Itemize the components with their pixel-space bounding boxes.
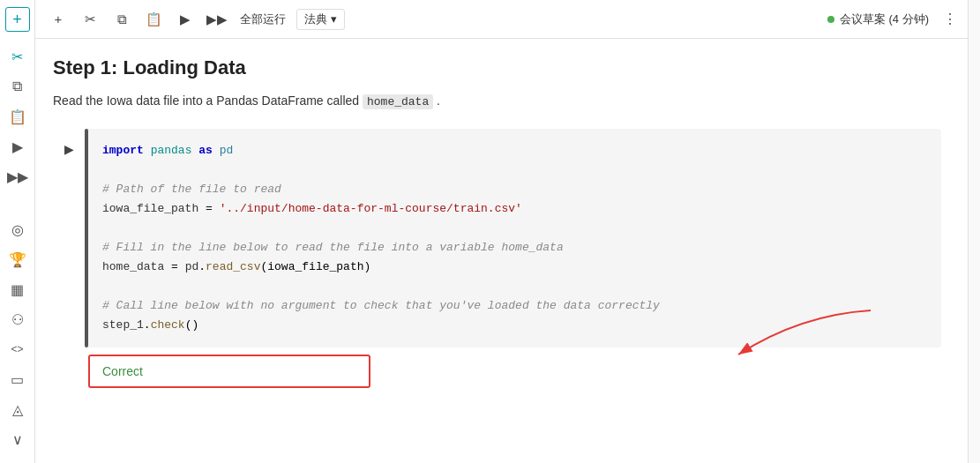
output-area: Correct: [53, 355, 941, 388]
status-indicator: 会议草案 (4 分钟): [827, 11, 929, 27]
paste-button[interactable]: 📋: [141, 7, 166, 32]
content-area: Step 1: Loading Data Read the Iowa data …: [35, 39, 968, 463]
right-panel: [968, 0, 980, 463]
comment-icon[interactable]: ▭: [5, 367, 30, 392]
code-line-blank-2: [102, 219, 927, 238]
add-cell-button[interactable]: +: [5, 7, 30, 32]
code-brackets-icon[interactable]: <>: [5, 337, 30, 362]
step-title: Step 1: Loading Data: [53, 56, 941, 79]
copy-button[interactable]: ⧉: [109, 7, 134, 32]
code-line-check: step_1.check(): [102, 316, 927, 335]
code-line-read-csv: home_data = pd.read_csv(iowa_file_path): [102, 258, 927, 277]
code-line-1: import pandas as pd: [102, 141, 927, 161]
cut-button[interactable]: ✂: [78, 7, 102, 32]
graduation-icon[interactable]: ◬: [5, 397, 30, 422]
code-line-blank-3: [102, 277, 927, 296]
correct-text: Correct: [102, 364, 143, 378]
table-icon[interactable]: ▦: [5, 277, 30, 302]
code-cell: ▶ import pandas as pd # Path of the file…: [53, 129, 941, 348]
code-line-path: iowa_file_path = '../input/home-data-for…: [102, 199, 927, 219]
output-gutter: [53, 355, 88, 388]
code-comment-2: # Fill in the line below to read the fil…: [102, 238, 927, 258]
run-icon[interactable]: ▶: [5, 134, 30, 159]
run-all-button[interactable]: ▶▶: [205, 7, 229, 32]
run-all-icon[interactable]: ▶▶: [5, 164, 30, 189]
run-button[interactable]: ▶: [173, 7, 198, 32]
code-comment-3: # Call line below with no argument to ch…: [102, 296, 927, 316]
more-options-icon[interactable]: ⋮: [943, 11, 957, 27]
people-icon[interactable]: ⚇: [5, 307, 30, 332]
scissors-icon[interactable]: ✂: [5, 44, 30, 69]
expand-icon[interactable]: ∨: [5, 427, 30, 452]
paste-icon[interactable]: 📋: [5, 104, 30, 129]
output-cell: Correct: [53, 355, 941, 388]
compass-icon[interactable]: ◎: [5, 217, 30, 242]
left-sidebar: + ✂ ⧉ 📋 ▶ ▶▶ ◎ 🏆 ▦ ⚇ <> ▭ ◬ ∨: [0, 0, 35, 463]
add-button[interactable]: +: [46, 7, 71, 32]
cell-type-dropdown[interactable]: 法典 ▾: [296, 9, 345, 30]
code-comment-1: # Path of the file to read: [102, 180, 927, 199]
run-cell-button[interactable]: ▶: [59, 139, 79, 159]
main-area: + ✂ ⧉ 📋 ▶ ▶▶ 全部运行 法典 ▾ 会议草案 (4 分钟) ⋮ Ste…: [35, 0, 968, 463]
output-content: Correct: [88, 355, 370, 388]
inline-code-home-data: home_data: [363, 94, 433, 109]
toolbar: + ✂ ⧉ 📋 ▶ ▶▶ 全部运行 法典 ▾ 会议草案 (4 分钟) ⋮: [35, 0, 968, 39]
trophy-icon[interactable]: 🏆: [5, 247, 30, 272]
status-text: 会议草案 (4 分钟): [840, 11, 929, 27]
dropdown-arrow-icon: ▾: [331, 12, 337, 26]
code-line-blank-1: [102, 161, 927, 180]
step-description: Read the Iowa data file into a Pandas Da…: [53, 92, 941, 111]
code-block[interactable]: import pandas as pd # Path of the file t…: [88, 129, 941, 348]
copy-icon[interactable]: ⧉: [5, 74, 30, 99]
run-all-label[interactable]: 全部运行: [236, 10, 289, 29]
status-dot: [827, 16, 834, 23]
cell-gutter: ▶: [53, 129, 85, 348]
